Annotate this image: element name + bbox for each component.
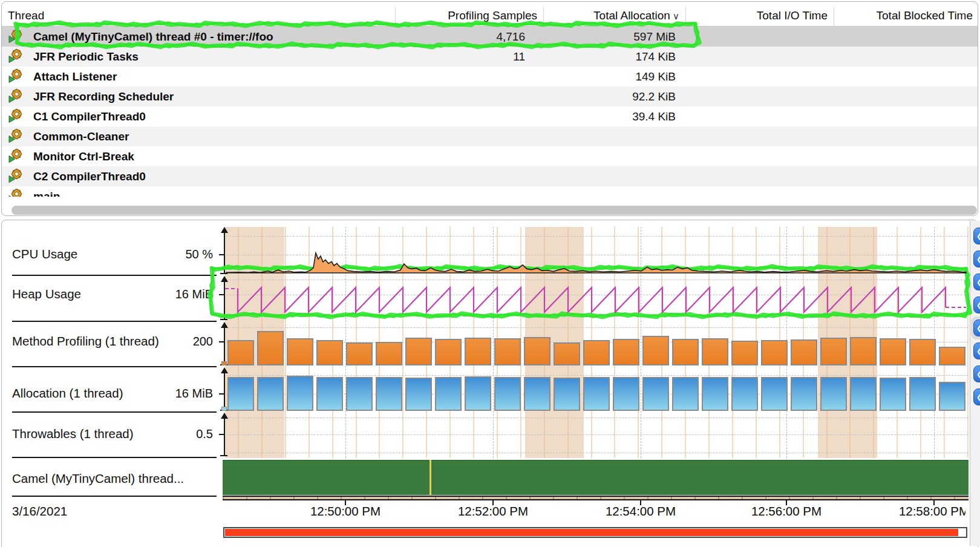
method-profiling-bar[interactable]	[465, 338, 491, 365]
allocation-bar[interactable]	[376, 377, 402, 411]
table-row-jfr-recording-scheduler[interactable]: JFR Recording Scheduler92.2 KiB	[2, 87, 978, 106]
table-row-c2-compilerthread0[interactable]: C2 CompilerThread0	[2, 166, 978, 186]
cell-allocation	[543, 126, 685, 146]
allocation-bar[interactable]	[583, 377, 610, 411]
method-profiling-bar[interactable]	[435, 339, 462, 365]
method-profiling-bar[interactable]	[524, 337, 550, 365]
cell-blocked	[834, 126, 978, 146]
allocation-bar[interactable]	[287, 376, 313, 411]
lane-tick-value-method: 200	[109, 334, 213, 349]
lane-control-button[interactable]: ❮	[973, 296, 980, 313]
column-header-total-blocked-time[interactable]: Total Blocked Time	[834, 5, 978, 26]
method-profiling-bar[interactable]	[909, 339, 936, 365]
allocation-bar[interactable]	[524, 377, 550, 411]
table-row-monitor-ctrl-break[interactable]: Monitor Ctrl-Break	[2, 146, 978, 166]
lane-control-button[interactable]: ❮	[973, 388, 980, 405]
allocation-bar[interactable]	[435, 377, 462, 411]
lane-tick-value-cpu: 50 %	[109, 247, 213, 261]
gc-event-stripe	[402, 227, 403, 458]
allocation-bar[interactable]	[909, 377, 936, 411]
lane-control-button[interactable]: ❮	[973, 319, 980, 336]
thread-gear-icon	[8, 68, 24, 84]
thread-event-marker	[430, 460, 431, 495]
method-profiling-bar[interactable]	[880, 338, 906, 365]
time-tick-label: 12:56:00 PM	[741, 504, 832, 519]
table-row-jfr-periodic-tasks[interactable]: JFR Periodic Tasks11174 KiB	[2, 47, 978, 67]
allocation-bar[interactable]	[880, 378, 906, 411]
method-profiling-bar[interactable]	[287, 338, 313, 365]
lane-tick-value-throw: 0.5	[109, 427, 213, 441]
method-profiling-bar[interactable]	[494, 338, 521, 365]
lane-edge-stub-method-profiling	[221, 361, 227, 365]
method-profiling-bar[interactable]	[850, 337, 877, 365]
thread-name-label: Monitor Ctrl-Break	[33, 146, 395, 166]
allocation-bar[interactable]	[554, 378, 580, 411]
column-header-total-i-o-time[interactable]: Total I/O Time	[685, 5, 834, 26]
allocation-bar[interactable]	[613, 377, 639, 411]
lane-control-button[interactable]: ❮	[973, 342, 980, 359]
method-profiling-bar[interactable]	[405, 338, 432, 365]
camel-thread-lifespan-bar[interactable]	[223, 460, 969, 495]
lane-control-button[interactable]: ❮	[973, 274, 980, 290]
thread-table-panel: ThreadProfiling SamplesTotal Allocation …	[1, 1, 978, 216]
method-profiling-bar[interactable]	[346, 342, 373, 365]
method-profiling-bar[interactable]	[672, 339, 699, 365]
method-profiling-bar[interactable]	[554, 342, 580, 365]
cell-blocked	[834, 166, 978, 186]
lane-tick-value-alloc: 16 MiB	[109, 386, 213, 401]
method-profiling-bar[interactable]	[702, 338, 728, 365]
table-row-common-cleaner[interactable]: Common-Cleaner	[2, 126, 978, 146]
cell-samples: 11	[395, 47, 543, 67]
method-profiling-bar[interactable]	[376, 342, 402, 365]
table-row-c1-compilerthread0[interactable]: C1 CompilerThread039.4 KiB	[2, 106, 978, 126]
allocation-bar[interactable]	[672, 377, 699, 411]
method-profiling-bar[interactable]	[257, 331, 284, 365]
table-row-attach-listener[interactable]: Attach Listener149 KiB	[2, 67, 978, 87]
table-horizontal-scrollbar[interactable]	[11, 206, 977, 215]
table-row-camel-mytinycamel-thread-0-tim[interactable]: Camel (MyTinyCamel) thread #0 - timer://…	[2, 27, 978, 47]
allocation-bar[interactable]	[465, 376, 491, 411]
method-profiling-bar[interactable]	[731, 341, 758, 365]
column-header-total-allocation[interactable]: Total Allocation ∨	[543, 5, 685, 26]
allocation-bar[interactable]	[642, 377, 669, 411]
lane-control-button[interactable]: ❮	[973, 228, 980, 244]
allocation-bar[interactable]	[346, 377, 373, 411]
cell-io	[685, 27, 834, 47]
method-profiling-bar[interactable]	[939, 347, 965, 365]
table-row-main[interactable]: main	[2, 186, 978, 197]
method-profiling-bar[interactable]	[820, 338, 847, 365]
method-profiling-bar[interactable]	[613, 339, 639, 365]
allocation-bar[interactable]	[405, 378, 432, 411]
allocation-bar[interactable]	[761, 377, 788, 411]
allocation-bar[interactable]	[702, 377, 728, 411]
lane-label-camel: Camel (MyTinyCamel) thread...	[12, 471, 184, 486]
allocation-bar[interactable]	[939, 382, 965, 411]
allocation-bar[interactable]	[850, 377, 877, 411]
timeline-range-slider-track[interactable]	[223, 527, 967, 538]
method-profiling-bar[interactable]	[761, 340, 788, 365]
method-profiling-bar[interactable]	[642, 336, 669, 365]
time-axis-tick	[933, 500, 935, 505]
timeline-range-slider-thumb[interactable]	[225, 529, 958, 536]
allocation-bar[interactable]	[791, 377, 817, 411]
column-header-profiling-samples[interactable]: Profiling Samples	[395, 5, 543, 26]
cell-blocked	[834, 47, 978, 67]
allocation-bar[interactable]	[316, 377, 343, 411]
cell-allocation	[543, 166, 685, 186]
column-header-thread[interactable]: Thread	[2, 5, 395, 26]
thread-gear-icon	[8, 88, 24, 104]
allocation-bar[interactable]	[494, 377, 521, 411]
allocation-bar[interactable]	[820, 377, 847, 411]
thread-gear-icon	[8, 48, 24, 64]
method-profiling-bar[interactable]	[791, 339, 817, 365]
lane-controls-sidebar: ❮❮❮❮❮❮❮❮	[970, 221, 980, 546]
method-profiling-bar[interactable]	[227, 340, 254, 365]
method-profiling-bar[interactable]	[316, 340, 343, 365]
lane-control-button[interactable]: ❮	[973, 251, 980, 267]
method-profiling-bar[interactable]	[583, 340, 610, 365]
lane-control-button[interactable]: ❮	[973, 365, 980, 382]
cell-io	[685, 106, 834, 126]
allocation-bar[interactable]	[731, 377, 758, 411]
allocation-bar[interactable]	[227, 377, 254, 411]
allocation-bar[interactable]	[257, 377, 284, 411]
